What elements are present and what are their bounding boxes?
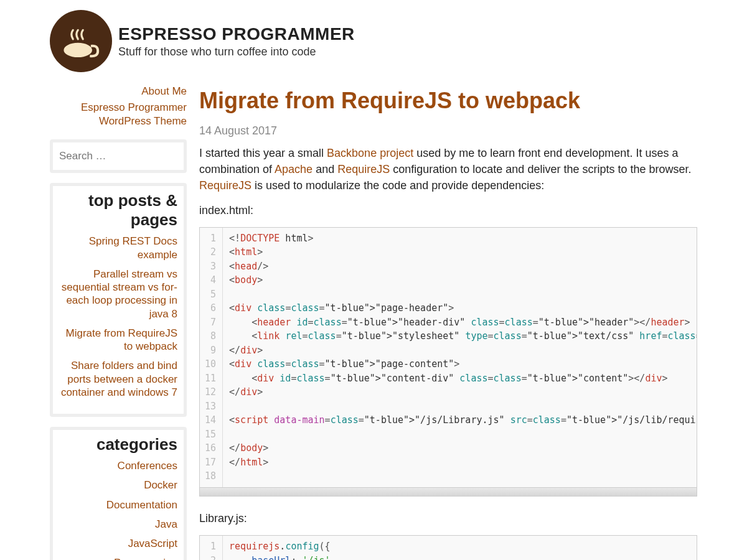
search-input[interactable] [53, 142, 184, 170]
site-logo [50, 10, 112, 72]
link-apache[interactable]: Apache [275, 163, 312, 175]
post-body: I started this year a small Backbone pro… [199, 145, 697, 560]
line-gutter: 1 2 3 4 5 6 7 8 9 10 11 12 13 14 15 16 1… [200, 228, 223, 487]
widget-title: top posts & pages [59, 191, 177, 230]
intro-paragraph: I started this year a small Backbone pro… [199, 145, 697, 194]
link-requirejs[interactable]: RequireJS [337, 163, 390, 175]
site-header: ESPRESSO PROGRAMMER Stuff for those who … [50, 0, 697, 85]
site-tagline: Stuff for those who turn coffee into cod… [118, 45, 355, 58]
category-link[interactable]: JavaScript [128, 538, 177, 549]
widget-top-posts: top posts & pages Spring REST Docs examp… [50, 183, 187, 417]
sidebar: About Me Espresso Programmer WordPress T… [50, 85, 187, 560]
category-link[interactable]: Conferences [118, 460, 177, 472]
site-title: ESPRESSO PROGRAMMER [118, 24, 355, 44]
category-link[interactable]: Programming [114, 557, 177, 560]
code-label-index: index.html: [199, 202, 697, 218]
category-link[interactable]: Documentation [106, 499, 177, 511]
link-requirejs-2[interactable]: RequireJS [199, 179, 251, 192]
top-post-link[interactable]: Spring REST Docs example [89, 235, 177, 260]
top-post-link[interactable]: Migrate from RequireJS to webpack [65, 327, 177, 352]
code-content: <!DOCTYPE html> <html> <head/> <body> <d… [223, 228, 697, 487]
search-box [50, 139, 187, 173]
nav-link-about[interactable]: About Me [141, 85, 187, 97]
post-title: Migrate from RequireJS to webpack [199, 88, 697, 113]
horizontal-scrollbar[interactable] [200, 487, 697, 496]
widget-categories: categories Conferences Docker Documentat… [50, 427, 187, 560]
category-link[interactable]: Java [155, 518, 177, 530]
main-content: Migrate from RequireJS to webpack 14 Aug… [199, 85, 697, 560]
widget-title: categories [59, 435, 177, 454]
nav-list: About Me Espresso Programmer WordPress T… [50, 85, 187, 128]
codeblock-library-js: 1 2 3 4 5 6 7 8 9 10 11 12 13 requirejs.… [199, 535, 697, 560]
top-post-link[interactable]: Share folders and bind ports between a d… [61, 360, 177, 398]
code-label-libraryjs: Library.js: [199, 510, 697, 526]
code-content: requirejs.config({ baseUrl: '/js', paths… [223, 536, 606, 560]
link-backbone[interactable]: Backbone project [327, 147, 413, 159]
svg-point-0 [63, 42, 93, 58]
codeblock-index-html: 1 2 3 4 5 6 7 8 9 10 11 12 13 14 15 16 1… [199, 227, 697, 497]
post-date: 14 August 2017 [199, 124, 697, 138]
top-post-link[interactable]: Parallel stream vs sequential stream vs … [62, 268, 177, 320]
category-link[interactable]: Docker [144, 479, 177, 491]
line-gutter: 1 2 3 4 5 6 7 8 9 10 11 12 13 [200, 536, 223, 560]
nav-link-theme[interactable]: Espresso Programmer WordPress Theme [81, 101, 187, 127]
